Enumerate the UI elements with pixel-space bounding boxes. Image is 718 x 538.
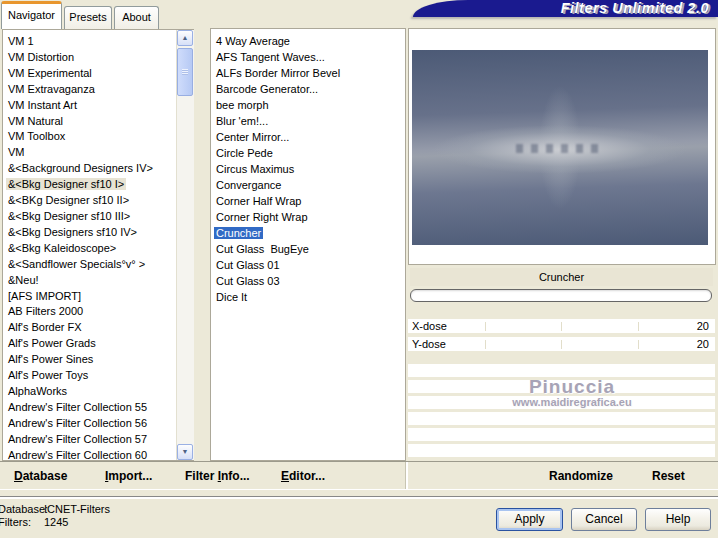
category-list-item[interactable]: Alf's Power Sines bbox=[6, 352, 173, 368]
watermark-name: Pinuccia bbox=[418, 377, 718, 396]
list-item-label: Cut Glass 01 bbox=[214, 259, 282, 271]
param-label: X-dose bbox=[412, 319, 447, 333]
filter-list-item[interactable]: Cut Glass 03 bbox=[214, 273, 401, 289]
scroll-down-button[interactable]: ▼ bbox=[177, 444, 193, 460]
category-list-item[interactable]: &<BKg Designer sf10 II> bbox=[6, 193, 173, 209]
filter-list[interactable]: 4 Way AverageAFS Tangent Waves...ALFs Bo… bbox=[210, 28, 406, 461]
import-button[interactable]: Import... bbox=[105, 469, 152, 483]
help-button[interactable]: Help bbox=[645, 508, 711, 531]
apply-button[interactable]: Apply bbox=[496, 508, 563, 531]
filter-list-item[interactable]: Dice It bbox=[214, 289, 401, 305]
scroll-thumb[interactable] bbox=[177, 48, 193, 96]
database-button[interactable]: Database bbox=[14, 469, 67, 483]
filter-list-item[interactable]: Barcode Generator... bbox=[214, 81, 401, 97]
category-list-item[interactable]: AB Filters 2000 bbox=[6, 304, 173, 320]
mnemonic: E bbox=[281, 469, 289, 483]
category-list-item[interactable]: VM Toolbox bbox=[6, 129, 173, 145]
filter-title: Cruncher bbox=[410, 268, 713, 286]
category-list-item[interactable]: &Neu! bbox=[6, 273, 173, 289]
category-list-item[interactable]: &<Sandflower Specials°v° > bbox=[6, 257, 173, 273]
category-list-item[interactable]: VM Instant Art bbox=[6, 98, 173, 114]
category-list-item[interactable]: &<Bkg Designer sf10 III> bbox=[6, 209, 173, 225]
category-list-item[interactable]: Alf's Power Toys bbox=[6, 368, 173, 384]
category-list-item[interactable]: Andrew's Filter Collection 57 bbox=[6, 432, 173, 448]
category-list-item[interactable]: Andrew's Filter Collection 56 bbox=[6, 416, 173, 432]
editor-button[interactable]: Editor... bbox=[281, 469, 325, 483]
filters-count-label: Filters: bbox=[0, 516, 44, 529]
reset-button[interactable]: Reset bbox=[652, 469, 685, 483]
category-list-item[interactable]: Alf's Border FX bbox=[6, 320, 173, 336]
list-item-label: Alf's Power Grads bbox=[6, 337, 98, 349]
filter-list-item[interactable]: Corner Right Wrap bbox=[214, 209, 401, 225]
filter-list-item[interactable]: Corner Half Wrap bbox=[214, 193, 401, 209]
filter-list-item[interactable]: Circle Pede bbox=[214, 145, 401, 161]
list-item-label: VM bbox=[6, 146, 27, 158]
preview-image bbox=[412, 50, 708, 245]
category-list-item[interactable]: VM Distortion bbox=[6, 50, 173, 66]
filter-list-item[interactable]: Cruncher bbox=[214, 225, 401, 241]
cancel-button[interactable]: Cancel bbox=[571, 508, 637, 531]
list-item-label: Convergance bbox=[214, 179, 283, 191]
list-item-label: Corner Half Wrap bbox=[214, 195, 303, 207]
database-status-value: ICNET-Filters bbox=[44, 503, 110, 515]
category-list-item[interactable]: &<Bkg Designers sf10 IV> bbox=[6, 225, 173, 241]
filter-list-item[interactable]: Convergance bbox=[214, 177, 401, 193]
category-list-item[interactable]: Andrew's Filter Collection 60 bbox=[6, 448, 173, 461]
filter-list-item[interactable]: Center Mirror... bbox=[214, 129, 401, 145]
tab-presets[interactable]: Presets bbox=[64, 6, 112, 29]
filters-count-value: 1245 bbox=[44, 516, 68, 528]
preview-center-artifacts bbox=[516, 144, 604, 153]
category-list-item[interactable]: VM Extravaganza bbox=[6, 82, 173, 98]
toolbar: Database Import... Filter Info... Editor… bbox=[0, 461, 718, 490]
label-part: atabase bbox=[23, 469, 68, 483]
list-item-label: Barcode Generator... bbox=[214, 83, 320, 95]
filter-list-item[interactable]: Cut Glass 01 bbox=[214, 257, 401, 273]
category-list-item[interactable]: &<Background Designers IV> bbox=[6, 161, 173, 177]
filter-list-item[interactable]: Cut Glass BugEye bbox=[214, 241, 401, 257]
category-list-item[interactable]: [AFS IMPORT] bbox=[6, 289, 173, 305]
list-item-label: Andrew's Filter Collection 60 bbox=[6, 449, 149, 461]
scroll-up-button[interactable]: ▲ bbox=[177, 30, 193, 46]
list-item-label: VM Toolbox bbox=[6, 130, 67, 142]
category-list-item[interactable]: VM Experimental bbox=[6, 66, 173, 82]
tab-about[interactable]: About bbox=[114, 6, 159, 29]
filter-list-item[interactable]: bee morph bbox=[214, 97, 401, 113]
category-list[interactable]: VM 1VM DistortionVM ExperimentalVM Extra… bbox=[2, 29, 194, 461]
list-item-label: &<Bkg Designer sf10 III> bbox=[6, 210, 132, 222]
label-part: ditor... bbox=[289, 469, 325, 483]
list-item-label: ALFs Border Mirror Bevel bbox=[214, 67, 342, 79]
category-list-item[interactable]: VM bbox=[6, 145, 173, 161]
list-item-label: VM Distortion bbox=[6, 51, 76, 63]
list-item-label: Cut Glass 03 bbox=[214, 275, 282, 287]
category-list-item[interactable]: &<Bkg Designer sf10 I> bbox=[6, 177, 173, 193]
watermark-url: www.maidiregrafica.eu bbox=[418, 396, 718, 409]
randomize-button[interactable]: Randomize bbox=[549, 469, 613, 483]
param-row-y-dose[interactable]: Y-dose 20 bbox=[408, 337, 715, 351]
filter-list-item[interactable]: AFS Tangent Waves... bbox=[214, 49, 401, 65]
category-list-item[interactable]: Andrew's Filter Collection 55 bbox=[6, 400, 173, 416]
param-value: 20 bbox=[697, 337, 709, 351]
filters-unlimited-dialog: Navigator Presets About Filters Unlimite… bbox=[0, 0, 718, 538]
category-list-item[interactable]: &<Bkg Kaleidoscope> bbox=[6, 241, 173, 257]
filter-list-item[interactable]: Blur 'em!... bbox=[214, 113, 401, 129]
list-item-label: Alf's Power Toys bbox=[6, 369, 90, 381]
list-item-label: Circle Pede bbox=[214, 147, 275, 159]
filter-info-button[interactable]: Filter Info... bbox=[185, 469, 250, 483]
param-row-x-dose[interactable]: X-dose 20 bbox=[408, 319, 715, 333]
category-list-item[interactable]: VM 1 bbox=[6, 34, 173, 50]
filter-list-item[interactable]: 4 Way Average bbox=[214, 33, 401, 49]
list-item-label: Alf's Power Sines bbox=[6, 353, 95, 365]
category-list-item[interactable]: Alf's Power Grads bbox=[6, 336, 173, 352]
list-item-label: Center Mirror... bbox=[214, 131, 291, 143]
filter-list-item[interactable]: Circus Maximus bbox=[214, 161, 401, 177]
list-item-label: Cut Glass BugEye bbox=[214, 243, 311, 255]
category-list-item[interactable]: AlphaWorks bbox=[6, 384, 173, 400]
category-list-item[interactable]: VM Natural bbox=[6, 114, 173, 130]
list-item-label: VM Extravaganza bbox=[6, 83, 97, 95]
category-scrollbar[interactable]: ▲ ▼ bbox=[176, 30, 194, 460]
list-item-label: AB Filters 2000 bbox=[6, 305, 85, 317]
list-item-label: 4 Way Average bbox=[214, 35, 292, 47]
label-part: mport... bbox=[108, 469, 152, 483]
filter-list-item[interactable]: ALFs Border Mirror Bevel bbox=[214, 65, 401, 81]
tab-navigator[interactable]: Navigator bbox=[1, 1, 62, 29]
